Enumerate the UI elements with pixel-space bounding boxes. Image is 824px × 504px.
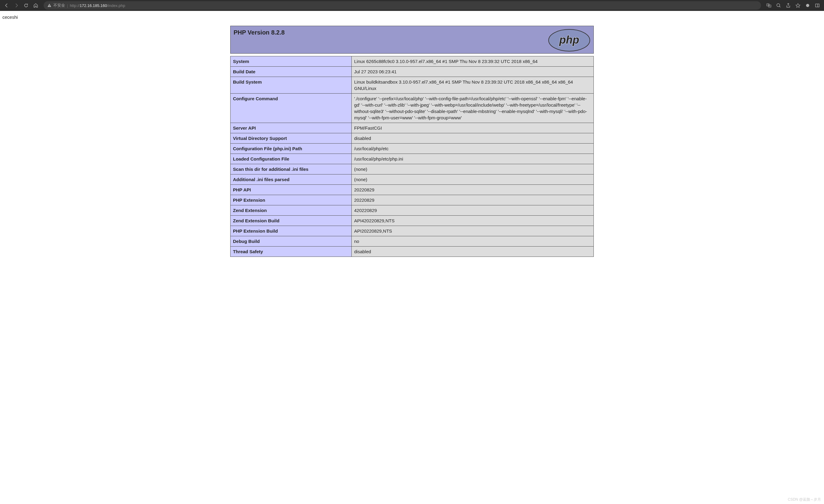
- info-value: Jul 27 2023 06:23:41: [352, 67, 594, 77]
- bookmark-button[interactable]: [794, 1, 802, 10]
- back-button[interactable]: [2, 1, 11, 10]
- info-label: Zend Extension Build: [230, 216, 352, 226]
- php-version-title: PHP Version 8.2.8: [230, 26, 594, 39]
- info-label: Build System: [230, 77, 352, 94]
- info-label: Configure Command: [230, 94, 352, 123]
- svg-rect-0: [49, 5, 49, 6]
- puzzle-icon: [805, 3, 810, 8]
- info-label: Server API: [230, 123, 352, 133]
- insecure-label: 不安全: [53, 3, 65, 8]
- table-row: Scan this dir for additional .ini files(…: [230, 164, 594, 175]
- table-row: Debug Buildno: [230, 236, 594, 246]
- reload-icon: [24, 3, 28, 8]
- info-value: disabled: [352, 246, 594, 257]
- browser-toolbar: 不安全 | http://172.16.185.160/index.php 文A: [0, 0, 824, 11]
- panel-icon: [815, 3, 820, 8]
- table-row: Build SystemLinux buildkitsandbox 3.10.0…: [230, 77, 594, 94]
- address-separator: |: [67, 3, 68, 8]
- translate-button[interactable]: 文A: [764, 1, 773, 10]
- info-value: Linux buildkitsandbox 3.10.0-957.el7.x86…: [352, 77, 594, 94]
- home-button[interactable]: [31, 1, 40, 10]
- reload-button[interactable]: [22, 1, 30, 10]
- svg-rect-8: [816, 4, 819, 7]
- arrow-left-icon: [4, 3, 9, 8]
- table-row: Virtual Directory Supportdisabled: [230, 133, 594, 143]
- table-row: SystemLinux 6265c88fc9c0 3.10.0-957.el7.…: [230, 56, 594, 67]
- url-path: /index.php: [107, 3, 125, 8]
- zoom-button[interactable]: [774, 1, 783, 10]
- table-row: PHP Extension20220829: [230, 195, 594, 205]
- info-label: Zend Extension: [230, 205, 352, 216]
- info-value: 420220829: [352, 205, 594, 216]
- info-value: (none): [352, 164, 594, 175]
- translate-icon: 文A: [766, 3, 771, 8]
- phpinfo-container: PHP Version 8.2.8 php SystemLinux 6265c8…: [230, 26, 594, 257]
- address-bar[interactable]: 不安全 | http://172.16.185.160/index.php: [43, 1, 761, 10]
- info-label: Additional .ini files parsed: [230, 175, 352, 185]
- table-row: Zend Extension BuildAPI420220829,NTS: [230, 216, 594, 226]
- table-row: Configure Command'./configure' '--prefix…: [230, 94, 594, 123]
- table-row: Build DateJul 27 2023 06:23:41: [230, 67, 594, 77]
- info-label: Scan this dir for additional .ini files: [230, 164, 352, 175]
- info-value: (none): [352, 175, 594, 185]
- info-label: Build Date: [230, 67, 352, 77]
- info-value: disabled: [352, 133, 594, 143]
- phpinfo-header: PHP Version 8.2.8 php: [230, 26, 594, 54]
- info-label: Thread Safety: [230, 246, 352, 257]
- info-label: Loaded Configuration File: [230, 154, 352, 164]
- svg-text:A: A: [769, 5, 770, 7]
- extensions-button[interactable]: [803, 1, 812, 10]
- info-value: 20220829: [352, 195, 594, 205]
- forward-button[interactable]: [12, 1, 21, 10]
- info-label: System: [230, 56, 352, 67]
- info-value: Linux 6265c88fc9c0 3.10.0-957.el7.x86_64…: [352, 56, 594, 67]
- svg-line-7: [780, 6, 781, 8]
- table-row: Loaded Configuration File/usr/local/php/…: [230, 154, 594, 164]
- share-button[interactable]: [784, 1, 793, 10]
- url-display: http://172.16.185.160/index.php: [70, 3, 125, 8]
- info-label: Virtual Directory Support: [230, 133, 352, 143]
- info-label: PHP API: [230, 185, 352, 195]
- home-icon: [33, 3, 38, 8]
- info-label: PHP Extension: [230, 195, 352, 205]
- table-row: PHP API20220829: [230, 185, 594, 195]
- info-value: API20220829,NTS: [352, 226, 594, 236]
- share-icon: [786, 3, 791, 8]
- warning-icon: [47, 3, 51, 8]
- info-value: './configure' '--prefix=/usr/local/php' …: [352, 94, 594, 123]
- info-value: 20220829: [352, 185, 594, 195]
- info-value: FPM/FastCGI: [352, 123, 594, 133]
- table-row: Zend Extension420220829: [230, 205, 594, 216]
- test-output-text: ceceshi: [0, 11, 824, 26]
- info-label: PHP Extension Build: [230, 226, 352, 236]
- svg-rect-1: [49, 6, 49, 7]
- table-row: Configuration File (php.ini) Path/usr/lo…: [230, 143, 594, 154]
- zoom-icon: [776, 3, 781, 8]
- php-logo: php: [548, 29, 591, 52]
- page-content: ceceshi PHP Version 8.2.8 php SystemLinu…: [0, 11, 824, 257]
- php-logo-icon: php: [548, 29, 591, 52]
- phpinfo-table: SystemLinux 6265c88fc9c0 3.10.0-957.el7.…: [230, 56, 594, 257]
- svg-text:php: php: [559, 34, 579, 46]
- info-label: Debug Build: [230, 236, 352, 246]
- url-scheme: http://: [70, 3, 80, 8]
- table-row: PHP Extension BuildAPI20220829,NTS: [230, 226, 594, 236]
- info-value: API420220829,NTS: [352, 216, 594, 226]
- table-row: Thread Safetydisabled: [230, 246, 594, 257]
- url-host: 172.16.185.160: [80, 3, 107, 8]
- panel-button[interactable]: [813, 1, 822, 10]
- arrow-right-icon: [14, 3, 19, 8]
- toolbar-right-icons: 文A: [764, 1, 822, 10]
- table-row: Additional .ini files parsed(none): [230, 175, 594, 185]
- info-label: Configuration File (php.ini) Path: [230, 143, 352, 154]
- info-value: /usr/local/php/etc/php.ini: [352, 154, 594, 164]
- table-row: Server APIFPM/FastCGI: [230, 123, 594, 133]
- star-icon: [796, 3, 800, 8]
- info-value: no: [352, 236, 594, 246]
- info-value: /usr/local/php/etc: [352, 143, 594, 154]
